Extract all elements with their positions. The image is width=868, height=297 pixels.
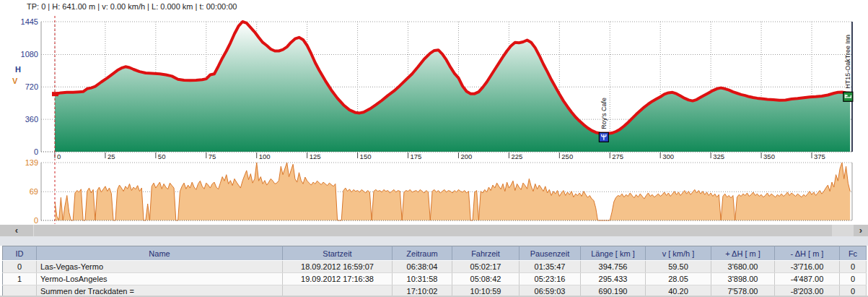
elevation-y-tick-label: 360 bbox=[25, 115, 38, 124]
track-list-table: ID Name Startzeit Zeitraum Fahrzeit Paus… bbox=[2, 246, 867, 297]
cell-id: 0 bbox=[3, 261, 37, 273]
cell-fc: 0 bbox=[840, 261, 867, 273]
column-header-name[interactable]: Name bbox=[37, 246, 283, 261]
cell-id: 1 bbox=[3, 273, 37, 285]
x-tick-label: 125 bbox=[310, 152, 321, 160]
x-tick-label: 25 bbox=[108, 152, 115, 160]
scrollbar-thumb[interactable] bbox=[33, 225, 832, 236]
x-tick-label: 325 bbox=[713, 152, 724, 160]
elevation-y-tick-label: 0 bbox=[34, 147, 38, 156]
x-tick-label: 275 bbox=[612, 152, 623, 160]
cell-fc: 0 bbox=[840, 273, 867, 285]
column-header-id[interactable]: ID bbox=[3, 246, 37, 261]
column-header-fahrzeit[interactable]: Fahrzeit bbox=[452, 246, 520, 261]
chevron-right-icon: › bbox=[859, 225, 862, 236]
cell-zeitraum: 10:31:58 bbox=[393, 273, 452, 285]
cell-speed: 59.50 bbox=[646, 261, 711, 273]
column-header-laenge[interactable]: Länge [ km ] bbox=[581, 246, 646, 261]
profile-charts-svg: 0255075100125150175200225250275300325350… bbox=[0, 0, 868, 240]
x-tick-label: 375 bbox=[814, 152, 825, 160]
speed-plot-area[interactable] bbox=[41, 163, 852, 220]
x-tick-label: 150 bbox=[360, 152, 372, 160]
column-header-zeitraum[interactable]: Zeitraum bbox=[393, 246, 452, 261]
x-tick-label: 250 bbox=[561, 152, 573, 160]
column-header-startzeit[interactable]: Startzeit bbox=[283, 246, 393, 261]
elevation-y-tick-label: 720 bbox=[25, 82, 38, 91]
track-profile-window: TP: 0 | H: 641.00 m | v: 0.00 km/h | L: … bbox=[0, 0, 868, 297]
chevron-left-icon: ‹ bbox=[15, 225, 18, 236]
track-row-0[interactable]: 0 Las-Vegas-Yermo 18.09.2012 16:59:07 06… bbox=[3, 261, 867, 273]
x-tick-label: 50 bbox=[158, 152, 166, 160]
elevation-y-tick-label: 1445 bbox=[21, 17, 38, 26]
cell-laenge: 295.433 bbox=[581, 273, 646, 285]
column-header-fc[interactable]: Fc bbox=[840, 246, 867, 261]
x-tick-label: 75 bbox=[209, 152, 216, 160]
speed-y-tick-label: 69 bbox=[30, 187, 38, 196]
cell-ascent: 3'898.00 bbox=[711, 273, 775, 285]
profile-charts: 0255075100125150175200225250275300325350… bbox=[0, 0, 868, 240]
column-header-descent[interactable]: - ΔH [ m ] bbox=[775, 246, 840, 261]
x-tick-label: 350 bbox=[763, 152, 775, 160]
cell-ascent: 3'680.00 bbox=[711, 261, 775, 273]
cell-pausenzeit: 01:35:47 bbox=[520, 261, 581, 273]
scroll-left-button[interactable]: ‹ bbox=[0, 225, 33, 236]
x-tick-label: 225 bbox=[511, 152, 522, 160]
x-tick-label: 0 bbox=[57, 152, 61, 160]
cell-startzeit: 19.09.2012 17:16:38 bbox=[283, 273, 393, 285]
speed-y-tick-label: 0 bbox=[34, 216, 38, 225]
elevation-y-tick-label: 1080 bbox=[21, 50, 38, 59]
speed-y-tick-label: 139 bbox=[25, 158, 38, 167]
scroll-right-button[interactable]: › bbox=[854, 225, 868, 236]
cell-fahrzeit: 05:02:17 bbox=[452, 261, 520, 273]
column-header-speed[interactable]: v [ km/h ] bbox=[646, 246, 711, 261]
cell-fahrzeit: 05:08:42 bbox=[452, 273, 520, 285]
cell-startzeit: 18.09.2012 16:59:07 bbox=[283, 261, 393, 273]
cell-descent: -3'716.00 bbox=[775, 261, 840, 273]
table-header-row: ID Name Startzeit Zeitraum Fahrzeit Paus… bbox=[3, 246, 867, 261]
spacer-strip bbox=[0, 236, 868, 246]
elevation-plot-area[interactable] bbox=[41, 22, 852, 152]
cell-zeitraum: 06:38:04 bbox=[393, 261, 452, 273]
cell-name: Yermo-LosAngeles bbox=[37, 273, 283, 285]
x-tick-label: 200 bbox=[460, 152, 472, 160]
x-tick-label: 100 bbox=[259, 152, 271, 160]
track-row-1[interactable]: 1 Yermo-LosAngeles 19.09.2012 17:16:38 1… bbox=[3, 273, 867, 285]
cell-name: Las-Vegas-Yermo bbox=[37, 261, 283, 273]
x-tick-label: 175 bbox=[411, 152, 422, 160]
cell-descent: -4'487.00 bbox=[775, 273, 840, 285]
column-header-pausenzeit[interactable]: Pausenzeit bbox=[520, 246, 581, 261]
cell-pausenzeit: 05:23:16 bbox=[520, 273, 581, 285]
x-tick-label: 300 bbox=[662, 152, 674, 160]
column-header-ascent[interactable]: + ΔH [ m ] bbox=[711, 246, 775, 261]
cell-speed: 28.05 bbox=[646, 273, 711, 285]
horizontal-scrollbar[interactable]: ‹ › bbox=[0, 225, 868, 236]
cell-laenge: 394.756 bbox=[581, 261, 646, 273]
